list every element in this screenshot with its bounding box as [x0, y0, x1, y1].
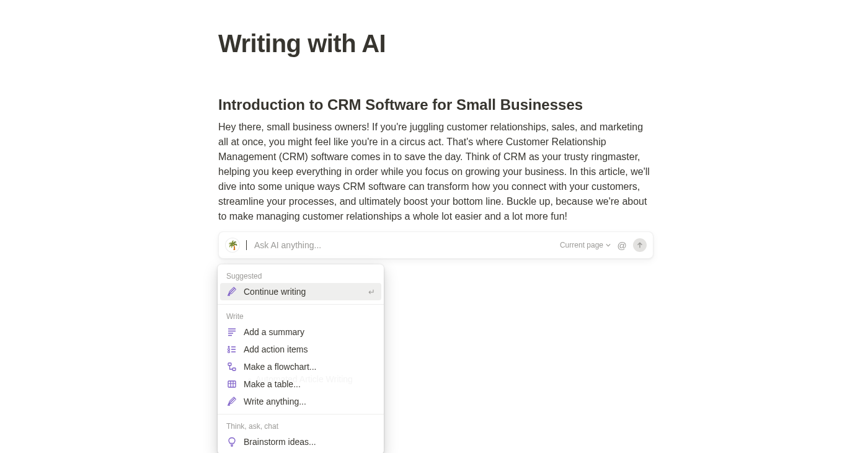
- dropdown-item-make-a-flowchart[interactable]: Make a flowchart...: [220, 358, 381, 375]
- mention-button[interactable]: @: [616, 240, 628, 251]
- ai-avatar-icon: 🌴: [225, 238, 240, 253]
- text-cursor: [246, 240, 247, 250]
- dropdown-item-brainstorm-ideas[interactable]: Brainstorm ideas...: [220, 433, 381, 451]
- dropdown-item-label: Make a flowchart...: [244, 362, 375, 372]
- send-button[interactable]: [633, 238, 647, 252]
- dropdown-item-label: Add a summary: [244, 327, 375, 337]
- dropdown-section-label: Think, ask, chat: [218, 418, 384, 433]
- scope-label: Current page: [560, 241, 603, 249]
- svg-rect-10: [228, 363, 231, 366]
- body-paragraph: Hey there, small business owners! If you…: [218, 120, 653, 224]
- svg-rect-12: [228, 381, 236, 387]
- dropdown-item-label: Continue writing: [244, 287, 362, 297]
- summary-icon: [226, 326, 237, 338]
- dropdown-item-write-anything[interactable]: Write anything...: [220, 393, 381, 410]
- table-icon: [226, 379, 237, 390]
- pencil-icon: [226, 286, 237, 297]
- dropdown-divider: [218, 414, 384, 415]
- dropdown-item-label: Add action items: [244, 344, 375, 354]
- chevron-down-icon: [606, 243, 611, 248]
- dropdown-section-label: Suggested: [218, 268, 384, 283]
- svg-rect-11: [232, 368, 236, 370]
- dropdown-divider: [218, 304, 384, 305]
- svg-point-8: [228, 351, 230, 353]
- scope-selector[interactable]: Current page: [560, 241, 611, 249]
- checklist-icon: [226, 344, 237, 355]
- lightbulb-icon: [226, 436, 237, 447]
- flowchart-icon: [226, 361, 237, 372]
- dropdown-item-add-a-summary[interactable]: Add a summary: [220, 323, 381, 341]
- arrow-up-icon: [636, 241, 644, 249]
- dropdown-item-add-action-items[interactable]: Add action items: [220, 341, 381, 358]
- dropdown-section-label: Write: [218, 308, 384, 323]
- ai-ask-bar[interactable]: 🌴 Current page @ SuggestedContinue writi…: [218, 231, 653, 259]
- section-heading: Introduction to CRM Software for Small B…: [218, 96, 653, 114]
- page-title: Writing with AI: [218, 30, 653, 58]
- dropdown-item-label: Write anything...: [244, 397, 375, 406]
- dropdown-item-label: Brainstorm ideas...: [244, 437, 375, 447]
- ai-input[interactable]: [254, 240, 554, 250]
- pencil-icon: [226, 396, 237, 407]
- svg-point-6: [228, 349, 230, 351]
- enter-key-icon: ↵: [368, 287, 375, 297]
- svg-point-4: [228, 346, 230, 348]
- dropdown-item-continue-writing[interactable]: Continue writing↵: [220, 283, 381, 300]
- ai-suggestions-dropdown: SuggestedContinue writing↵WriteAdd a sum…: [218, 264, 384, 453]
